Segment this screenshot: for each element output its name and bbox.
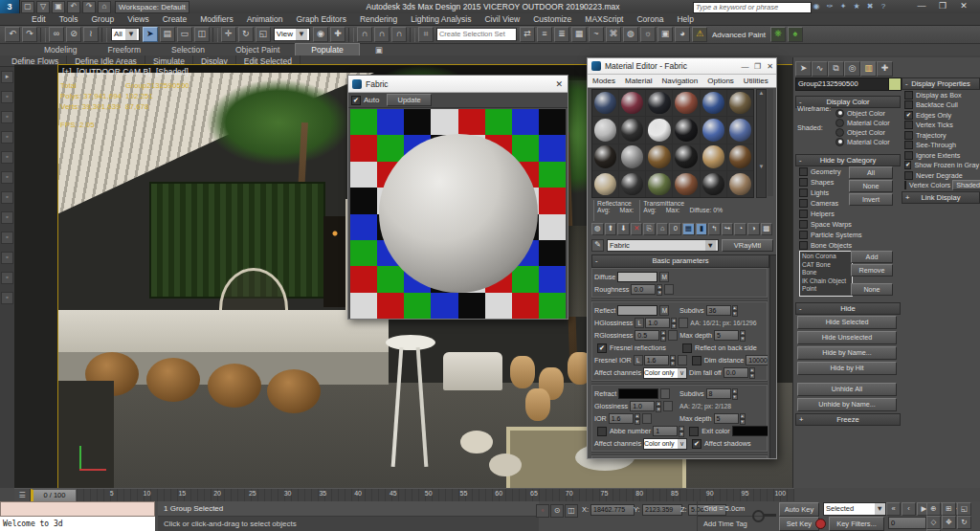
rectangular-selection-region-icon[interactable]: ▭	[177, 27, 192, 42]
map-button[interactable]	[668, 330, 678, 341]
edit-named-selection-sets-icon[interactable]: ⌗	[418, 27, 434, 42]
left-tool-icon[interactable]: ▫	[1, 272, 13, 284]
ribbon-tab-selection[interactable]: Selection	[156, 44, 220, 55]
zoom-icon[interactable]: ⊕	[926, 502, 941, 516]
put-material-to-scene-icon[interactable]: ⬆	[605, 223, 617, 235]
ribbon-tab-populate[interactable]: Populate	[295, 43, 360, 55]
spinner[interactable]: ▲▼	[749, 367, 755, 378]
selection-lock-icon[interactable]: ⊙	[550, 504, 564, 518]
spinner[interactable]: ▲▼	[671, 318, 677, 328]
spin-down-icon[interactable]: ▼	[657, 290, 662, 296]
all-button[interactable]: All	[849, 166, 893, 179]
dim-distance-field[interactable]: 10000.0cm	[746, 355, 768, 365]
exit-color-checkbox[interactable]	[689, 427, 699, 436]
map-button[interactable]: M	[659, 305, 669, 316]
radio-icon[interactable]	[835, 138, 844, 146]
list-item[interactable]: CAT Bone	[802, 261, 850, 270]
favorites-star-icon[interactable]: ★	[851, 1, 862, 11]
radio-icon[interactable]	[835, 128, 844, 137]
affect-shadows-checkbox[interactable]: ✔	[692, 439, 702, 449]
glossiness-field[interactable]: 1.0	[630, 401, 655, 411]
hide-rollout-header[interactable]: -Hide	[795, 302, 901, 315]
timeline-ruler[interactable]: 5101520253035404550556065707580859095100	[77, 489, 794, 502]
ior-field[interactable]: 1.6	[609, 413, 634, 424]
hide-by-name-button[interactable]: Hide by Name...	[797, 346, 897, 360]
hide-category-space-warps[interactable]: Space Warps	[797, 219, 899, 230]
display-prop-trajectory[interactable]: Trajectory	[902, 130, 979, 141]
material-sample-slot[interactable]	[619, 117, 645, 143]
key-filters-button[interactable]: Key Filters...	[829, 517, 884, 531]
graphite-ribbon-icon[interactable]: ▦	[571, 27, 587, 42]
help-icon[interactable]: ?	[878, 1, 889, 11]
display-properties-rollout-header[interactable]: -Display Properties	[902, 77, 980, 90]
spinner[interactable]: ▲▼	[660, 330, 666, 341]
render-production-icon[interactable]: ◕	[675, 27, 690, 42]
invert-button[interactable]: Invert	[849, 193, 893, 206]
field-of-view-icon[interactable]: ◇	[926, 516, 941, 529]
abbe-number-checkbox[interactable]	[597, 427, 607, 436]
menu-create[interactable]: Create	[156, 13, 194, 26]
map-button[interactable]	[663, 401, 673, 411]
material-sample-slot[interactable]	[701, 117, 726, 143]
spinner[interactable]: ▲▼	[732, 305, 738, 316]
add-button[interactable]: Add	[851, 251, 893, 263]
menu-animation[interactable]: Animation	[240, 13, 290, 26]
select-and-rotate-icon[interactable]: ↻	[238, 27, 254, 42]
material-sample-slot[interactable]	[727, 171, 753, 197]
minimize-button[interactable]: —	[913, 1, 930, 12]
background-icon[interactable]: ▩	[761, 223, 773, 235]
material-sample-slot[interactable]	[646, 90, 672, 116]
percent-snap-icon[interactable]: ∩	[391, 27, 407, 42]
exit-color-color-swatch[interactable]	[732, 426, 768, 436]
spinner[interactable]: ▲▼	[657, 284, 662, 295]
map-button[interactable]	[679, 318, 688, 328]
hide-by-category-rollout-header[interactable]: -Hide by Category	[795, 154, 901, 166]
map-button[interactable]	[678, 355, 687, 365]
material-sample-slot[interactable]	[673, 171, 699, 197]
material-sample-slot[interactable]	[646, 117, 672, 143]
affect-channels-dropdown[interactable]: Color only∨	[643, 438, 687, 450]
current-frame-field[interactable]: 0	[888, 517, 926, 529]
select-object-icon[interactable]: ➤	[143, 27, 158, 42]
display-prop-display-as-box[interactable]: Display as Box	[902, 90, 979, 100]
spinner[interactable]: ▲▼	[670, 355, 676, 365]
material-sample-slot[interactable]	[673, 117, 699, 143]
rendered-frame-window-icon[interactable]: ▣	[657, 27, 673, 42]
selection-set-keys-dropdown[interactable]: Selected▼	[823, 502, 886, 516]
new-scene-icon[interactable]: ▢	[21, 1, 34, 13]
display-prop-see-through[interactable]: See-Through	[902, 141, 979, 151]
select-and-manipulate-icon[interactable]: ✚	[330, 27, 345, 42]
minimize-icon[interactable]: —	[739, 62, 751, 71]
reference-coordinate-dropdown[interactable]: View▼	[274, 28, 310, 41]
checkbox-icon[interactable]	[904, 171, 913, 180]
material-sample-slot[interactable]	[701, 90, 726, 116]
checkbox-icon[interactable]	[904, 91, 913, 100]
modify-tab[interactable]: ∿	[812, 61, 828, 77]
list-item[interactable]: Non Corona	[802, 253, 850, 261]
material-sample-slot[interactable]	[619, 171, 645, 197]
left-tool-icon[interactable]: ▫	[1, 252, 13, 264]
display-prop-show-frozen-in-gray[interactable]: ✔Show Frozen in Gray	[902, 161, 979, 171]
y-coordinate-field[interactable]: 2123.359	[642, 504, 682, 516]
diffuse-color-swatch[interactable]	[617, 272, 657, 282]
undo-icon[interactable]: ↶	[5, 27, 20, 42]
rglossiness-field[interactable]: 0.5	[635, 330, 659, 341]
menu-edit[interactable]: Edit	[25, 13, 53, 26]
list-item[interactable]: Point	[802, 285, 850, 294]
reset-map-icon[interactable]: ✕	[631, 223, 643, 235]
show-end-result-icon[interactable]: ▮	[696, 223, 708, 235]
search-communities-icon[interactable]: ◉	[811, 1, 822, 11]
maximize-icon[interactable]: ❐	[751, 62, 764, 71]
get-material-icon[interactable]: ◍	[591, 223, 604, 235]
maxscript-listener-line[interactable]: Welcome to 3d	[0, 517, 155, 531]
time-slider-handle[interactable]: 0 / 100	[31, 489, 77, 502]
select-and-link-icon[interactable]: ∞	[49, 27, 64, 42]
hide-category-helpers[interactable]: Helpers	[797, 209, 899, 219]
absolute-mode-icon[interactable]: ◫	[565, 504, 578, 518]
subdivs-field[interactable]: 36	[706, 305, 731, 316]
unlink-selection-icon[interactable]: ⊘	[66, 27, 81, 42]
shaded-button[interactable]: Shaded	[952, 180, 980, 190]
fresnel-ior-field[interactable]: 1.6	[644, 355, 669, 365]
object-color-swatch[interactable]	[888, 77, 902, 91]
viewport-layout-tab-arrow-icon[interactable]: ▸	[1, 71, 13, 83]
